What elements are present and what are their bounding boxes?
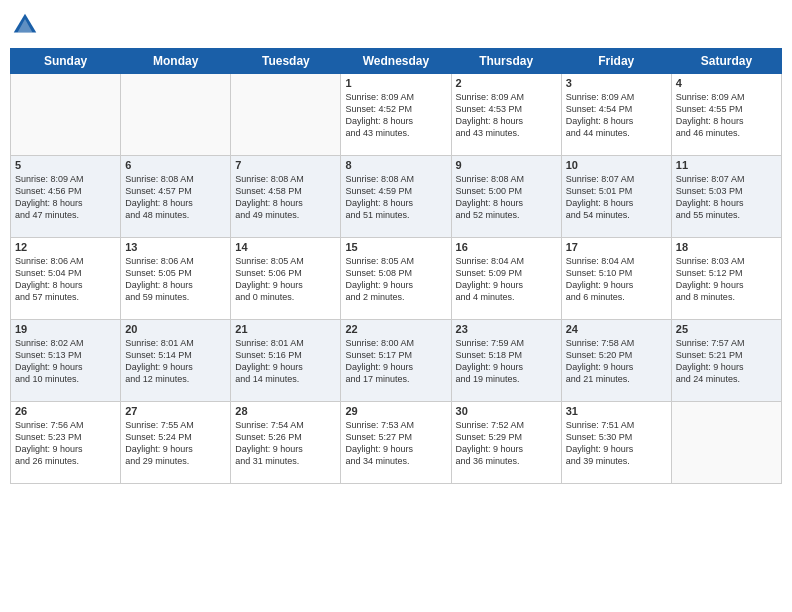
day-number: 11 [676,159,777,171]
day-header-friday: Friday [561,49,671,74]
day-number: 18 [676,241,777,253]
week-row-5: 26Sunrise: 7:56 AM Sunset: 5:23 PM Dayli… [11,402,782,484]
day-number: 2 [456,77,557,89]
day-number: 12 [15,241,116,253]
day-number: 8 [345,159,446,171]
day-info: Sunrise: 8:09 AM Sunset: 4:56 PM Dayligh… [15,173,116,222]
day-info: Sunrise: 8:08 AM Sunset: 4:58 PM Dayligh… [235,173,336,222]
day-number: 30 [456,405,557,417]
week-row-3: 12Sunrise: 8:06 AM Sunset: 5:04 PM Dayli… [11,238,782,320]
calendar-cell [11,74,121,156]
calendar-cell: 1Sunrise: 8:09 AM Sunset: 4:52 PM Daylig… [341,74,451,156]
week-row-4: 19Sunrise: 8:02 AM Sunset: 5:13 PM Dayli… [11,320,782,402]
day-info: Sunrise: 8:05 AM Sunset: 5:08 PM Dayligh… [345,255,446,304]
day-info: Sunrise: 8:09 AM Sunset: 4:53 PM Dayligh… [456,91,557,140]
day-info: Sunrise: 7:57 AM Sunset: 5:21 PM Dayligh… [676,337,777,386]
day-number: 3 [566,77,667,89]
calendar-cell: 17Sunrise: 8:04 AM Sunset: 5:10 PM Dayli… [561,238,671,320]
calendar-cell: 3Sunrise: 8:09 AM Sunset: 4:54 PM Daylig… [561,74,671,156]
day-number: 25 [676,323,777,335]
day-info: Sunrise: 8:04 AM Sunset: 5:10 PM Dayligh… [566,255,667,304]
calendar-cell: 10Sunrise: 8:07 AM Sunset: 5:01 PM Dayli… [561,156,671,238]
day-number: 27 [125,405,226,417]
day-info: Sunrise: 8:06 AM Sunset: 5:05 PM Dayligh… [125,255,226,304]
day-number: 23 [456,323,557,335]
calendar-cell: 18Sunrise: 8:03 AM Sunset: 5:12 PM Dayli… [671,238,781,320]
calendar-cell: 22Sunrise: 8:00 AM Sunset: 5:17 PM Dayli… [341,320,451,402]
day-header-saturday: Saturday [671,49,781,74]
logo-icon [10,10,40,40]
calendar-cell: 9Sunrise: 8:08 AM Sunset: 5:00 PM Daylig… [451,156,561,238]
calendar: SundayMondayTuesdayWednesdayThursdayFrid… [10,48,782,484]
calendar-cell: 11Sunrise: 8:07 AM Sunset: 5:03 PM Dayli… [671,156,781,238]
day-number: 7 [235,159,336,171]
calendar-cell [121,74,231,156]
calendar-cell: 4Sunrise: 8:09 AM Sunset: 4:55 PM Daylig… [671,74,781,156]
calendar-cell [671,402,781,484]
logo [10,10,44,40]
calendar-cell: 5Sunrise: 8:09 AM Sunset: 4:56 PM Daylig… [11,156,121,238]
calendar-cell: 24Sunrise: 7:58 AM Sunset: 5:20 PM Dayli… [561,320,671,402]
calendar-cell: 28Sunrise: 7:54 AM Sunset: 5:26 PM Dayli… [231,402,341,484]
calendar-cell: 26Sunrise: 7:56 AM Sunset: 5:23 PM Dayli… [11,402,121,484]
day-number: 26 [15,405,116,417]
day-number: 21 [235,323,336,335]
day-info: Sunrise: 7:55 AM Sunset: 5:24 PM Dayligh… [125,419,226,468]
calendar-cell: 20Sunrise: 8:01 AM Sunset: 5:14 PM Dayli… [121,320,231,402]
day-header-thursday: Thursday [451,49,561,74]
day-number: 19 [15,323,116,335]
day-info: Sunrise: 8:02 AM Sunset: 5:13 PM Dayligh… [15,337,116,386]
day-number: 5 [15,159,116,171]
calendar-cell: 19Sunrise: 8:02 AM Sunset: 5:13 PM Dayli… [11,320,121,402]
day-number: 1 [345,77,446,89]
calendar-cell: 13Sunrise: 8:06 AM Sunset: 5:05 PM Dayli… [121,238,231,320]
day-info: Sunrise: 8:01 AM Sunset: 5:16 PM Dayligh… [235,337,336,386]
calendar-cell: 27Sunrise: 7:55 AM Sunset: 5:24 PM Dayli… [121,402,231,484]
page: SundayMondayTuesdayWednesdayThursdayFrid… [0,0,792,612]
day-info: Sunrise: 8:09 AM Sunset: 4:52 PM Dayligh… [345,91,446,140]
week-row-2: 5Sunrise: 8:09 AM Sunset: 4:56 PM Daylig… [11,156,782,238]
day-number: 9 [456,159,557,171]
day-header-tuesday: Tuesday [231,49,341,74]
days-header-row: SundayMondayTuesdayWednesdayThursdayFrid… [11,49,782,74]
day-info: Sunrise: 8:05 AM Sunset: 5:06 PM Dayligh… [235,255,336,304]
day-info: Sunrise: 8:09 AM Sunset: 4:55 PM Dayligh… [676,91,777,140]
day-info: Sunrise: 8:08 AM Sunset: 4:57 PM Dayligh… [125,173,226,222]
day-info: Sunrise: 8:03 AM Sunset: 5:12 PM Dayligh… [676,255,777,304]
calendar-cell: 2Sunrise: 8:09 AM Sunset: 4:53 PM Daylig… [451,74,561,156]
day-number: 14 [235,241,336,253]
calendar-cell: 31Sunrise: 7:51 AM Sunset: 5:30 PM Dayli… [561,402,671,484]
calendar-cell: 15Sunrise: 8:05 AM Sunset: 5:08 PM Dayli… [341,238,451,320]
day-info: Sunrise: 7:59 AM Sunset: 5:18 PM Dayligh… [456,337,557,386]
day-number: 4 [676,77,777,89]
day-number: 6 [125,159,226,171]
day-info: Sunrise: 7:56 AM Sunset: 5:23 PM Dayligh… [15,419,116,468]
day-number: 13 [125,241,226,253]
day-header-wednesday: Wednesday [341,49,451,74]
calendar-cell: 7Sunrise: 8:08 AM Sunset: 4:58 PM Daylig… [231,156,341,238]
calendar-cell: 8Sunrise: 8:08 AM Sunset: 4:59 PM Daylig… [341,156,451,238]
day-info: Sunrise: 8:00 AM Sunset: 5:17 PM Dayligh… [345,337,446,386]
calendar-cell: 12Sunrise: 8:06 AM Sunset: 5:04 PM Dayli… [11,238,121,320]
day-info: Sunrise: 7:58 AM Sunset: 5:20 PM Dayligh… [566,337,667,386]
day-number: 29 [345,405,446,417]
day-info: Sunrise: 7:52 AM Sunset: 5:29 PM Dayligh… [456,419,557,468]
day-info: Sunrise: 8:07 AM Sunset: 5:03 PM Dayligh… [676,173,777,222]
day-number: 28 [235,405,336,417]
day-number: 17 [566,241,667,253]
day-info: Sunrise: 7:54 AM Sunset: 5:26 PM Dayligh… [235,419,336,468]
calendar-cell: 14Sunrise: 8:05 AM Sunset: 5:06 PM Dayli… [231,238,341,320]
calendar-cell [231,74,341,156]
calendar-cell: 25Sunrise: 7:57 AM Sunset: 5:21 PM Dayli… [671,320,781,402]
day-number: 24 [566,323,667,335]
day-number: 20 [125,323,226,335]
day-number: 22 [345,323,446,335]
calendar-cell: 30Sunrise: 7:52 AM Sunset: 5:29 PM Dayli… [451,402,561,484]
day-header-sunday: Sunday [11,49,121,74]
calendar-cell: 6Sunrise: 8:08 AM Sunset: 4:57 PM Daylig… [121,156,231,238]
calendar-cell: 29Sunrise: 7:53 AM Sunset: 5:27 PM Dayli… [341,402,451,484]
calendar-cell: 23Sunrise: 7:59 AM Sunset: 5:18 PM Dayli… [451,320,561,402]
day-number: 10 [566,159,667,171]
day-info: Sunrise: 8:08 AM Sunset: 4:59 PM Dayligh… [345,173,446,222]
day-info: Sunrise: 8:04 AM Sunset: 5:09 PM Dayligh… [456,255,557,304]
